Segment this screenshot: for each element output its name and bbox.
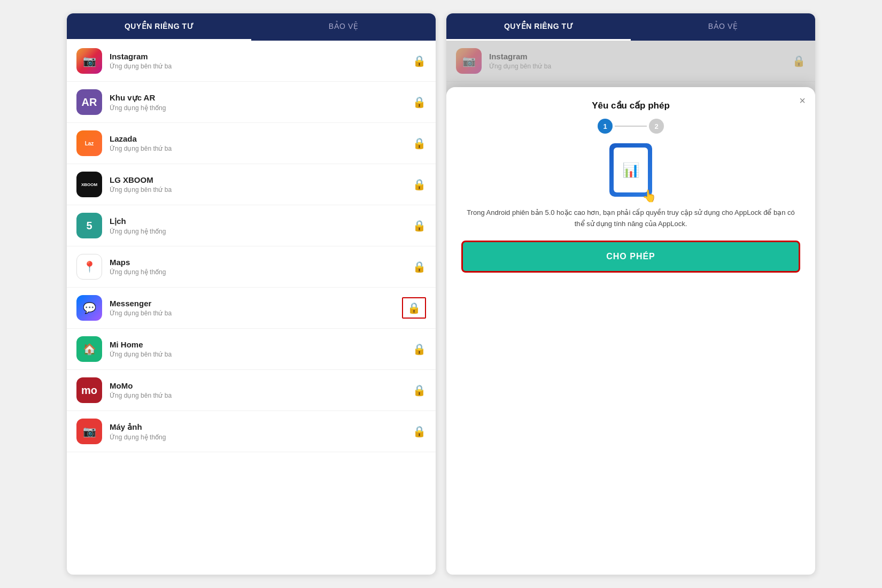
app-type: Ứng dụng hệ thống (110, 268, 413, 276)
lock-icon[interactable]: 🔒 (402, 297, 426, 319)
app-name: MoMo (110, 381, 413, 390)
lock-icon[interactable]: 🔒 (413, 425, 426, 438)
app-name: Messenger (110, 299, 402, 308)
right-panel: QUYỀN RIÊNG TƯ BẢO VỆ 📷 Instagram Ứng dụ… (446, 13, 815, 575)
app-icon: 📷 (76, 419, 102, 444)
left-panel: QUYỀN RIÊNG TƯ BẢO VỆ 📷 Instagram Ứng dụ… (67, 13, 436, 575)
app-icon: 💬 (76, 295, 102, 321)
app-type: Ứng dụng hệ thống (110, 228, 413, 235)
list-item[interactable]: AR Khu vực AR Ứng dụng hệ thống 🔒 (67, 82, 436, 123)
left-tab-privacy[interactable]: QUYỀN RIÊNG TƯ (67, 13, 251, 41)
lock-icon[interactable]: 🔒 (792, 55, 806, 67)
list-item[interactable]: 💬 Messenger Ứng dụng bên thứ ba 🔒 (67, 288, 436, 329)
app-name: Mi Home (110, 340, 413, 349)
lock-icon[interactable]: 🔒 (413, 96, 426, 109)
app-type: Ứng dụng bên thứ ba (110, 63, 413, 70)
app-info: Lazada Ứng dụng bên thứ ba (110, 134, 413, 152)
app-info: Maps Ứng dụng hệ thống (110, 258, 413, 276)
step-line (615, 126, 647, 127)
list-item[interactable]: 📷 Instagram Ứng dụng bên thứ ba 🔒 (67, 41, 436, 82)
right-panel-header: QUYỀN RIÊNG TƯ BẢO VỆ (446, 13, 815, 41)
left-app-list: 📷 Instagram Ứng dụng bên thứ ba 🔒 AR Khu… (67, 41, 436, 452)
phone-screen: 📊 (614, 148, 648, 192)
app-info: Mi Home Ứng dụng bên thứ ba (110, 340, 413, 358)
lock-icon[interactable]: 🔒 (413, 260, 426, 273)
modal-steps: 1 2 (461, 119, 800, 134)
left-tab-protection[interactable]: BẢO VỆ (251, 13, 436, 41)
app-name: Lazada (110, 134, 413, 143)
app-icon: 📍 (76, 254, 102, 280)
permission-modal: × Yêu cầu cấp phép 1 2 📊 👆 (446, 87, 815, 288)
app-name: Instagram (110, 52, 413, 61)
app-type: Ứng dụng bên thứ ba (110, 145, 413, 152)
app-name: Instagram (489, 52, 792, 61)
list-item[interactable]: Laz Lazada Ứng dụng bên thứ ba 🔒 (67, 123, 436, 164)
app-type: Ứng dụng bên thứ ba (110, 310, 402, 317)
list-item[interactable]: 📷 Máy ảnh Ứng dụng hệ thống 🔒 (67, 411, 436, 452)
app-type: Ứng dụng bên thứ ba (110, 351, 413, 358)
app-icon: 5 (76, 213, 102, 238)
app-icon: 🏠 (76, 336, 102, 362)
app-icon: AR (76, 89, 102, 115)
step-1-circle: 1 (598, 119, 613, 134)
list-item[interactable]: mo MoMo Ứng dụng bên thứ ba 🔒 (67, 370, 436, 411)
lock-icon[interactable]: 🔒 (413, 55, 426, 67)
right-tab-privacy[interactable]: QUYỀN RIÊNG TƯ (446, 13, 631, 41)
step-2-circle: 2 (649, 119, 664, 134)
app-name: Máy ảnh (110, 422, 413, 432)
lock-icon[interactable]: 🔒 (413, 219, 426, 232)
list-item[interactable]: 📷 Instagram Ứng dụng bên thứ ba 🔒 (446, 41, 815, 82)
app-info: Messenger Ứng dụng bên thứ ba (110, 299, 402, 317)
app-type: Ứng dụng bên thứ ba (110, 392, 413, 399)
app-icon: 📷 (76, 48, 102, 74)
lock-icon[interactable]: 🔒 (413, 384, 426, 397)
lock-icon[interactable]: 🔒 (413, 343, 426, 355)
app-info: Lịch Ứng dụng hệ thống (110, 216, 413, 235)
app-icon: XBOOM (76, 172, 102, 197)
app-name: Lịch (110, 216, 413, 226)
lock-icon[interactable]: 🔒 (413, 137, 426, 150)
app-info: Instagram Ứng dụng bên thứ ba (489, 52, 792, 70)
app-info: Instagram Ứng dụng bên thứ ba (110, 52, 413, 70)
modal-close-button[interactable]: × (799, 95, 806, 107)
app-info: Khu vực AR Ứng dụng hệ thống (110, 93, 413, 112)
modal-body-text: Trong Android phiên bản 5.0 hoặc cao hơn… (461, 207, 800, 230)
app-icon: Laz (76, 130, 102, 156)
right-tab-protection[interactable]: BẢO VỆ (631, 13, 815, 41)
list-item[interactable]: 📍 Maps Ứng dụng hệ thống 🔒 (67, 246, 436, 288)
lock-icon[interactable]: 🔒 (413, 178, 426, 191)
list-item[interactable]: 🏠 Mi Home Ứng dụng bên thứ ba 🔒 (67, 329, 436, 370)
app-name: LG XBOOM (110, 175, 413, 184)
list-item[interactable]: XBOOM LG XBOOM Ứng dụng bên thứ ba 🔒 (67, 164, 436, 205)
app-type: Ứng dụng hệ thống (110, 104, 413, 112)
app-name: Maps (110, 258, 413, 267)
left-panel-header: QUYỀN RIÊNG TƯ BẢO VỆ (67, 13, 436, 41)
app-icon: mo (76, 377, 102, 403)
app-type: Ứng dụng bên thứ ba (489, 63, 792, 70)
app-icon: 📷 (456, 48, 482, 74)
app-info: Máy ảnh Ứng dụng hệ thống (110, 422, 413, 441)
app-info: MoMo Ứng dụng bên thứ ba (110, 381, 413, 399)
app-name: Khu vực AR (110, 93, 413, 103)
app-type: Ứng dụng bên thứ ba (110, 186, 413, 194)
allow-button[interactable]: CHO PHÉP (461, 241, 800, 273)
modal-title: Yêu cầu cấp phép (461, 100, 800, 111)
list-item[interactable]: 5 Lịch Ứng dụng hệ thống 🔒 (67, 205, 436, 246)
app-type: Ứng dụng hệ thống (110, 434, 413, 441)
modal-illustration: 📊 👆 (461, 143, 800, 199)
app-info: LG XBOOM Ứng dụng bên thứ ba (110, 175, 413, 194)
